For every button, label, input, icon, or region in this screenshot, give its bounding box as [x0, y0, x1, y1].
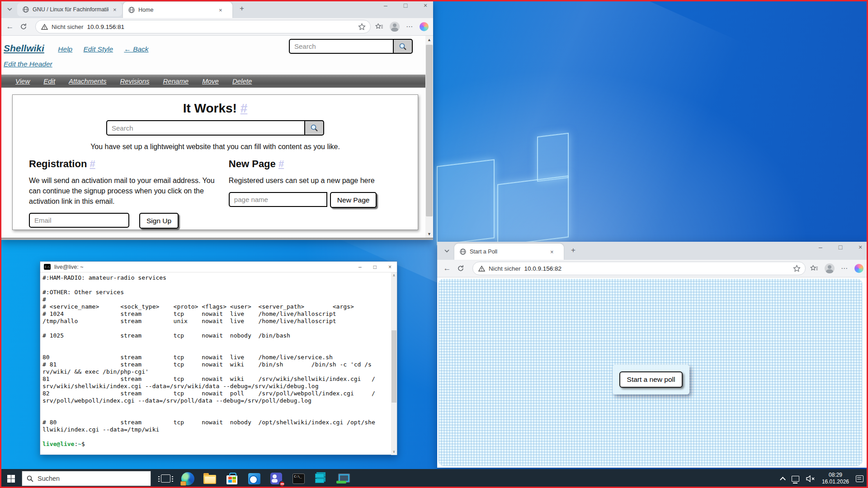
scrollbar-thumb[interactable]: [426, 45, 433, 216]
minimize-button[interactable]: –: [381, 2, 391, 9]
tab-search-chevron[interactable]: [441, 245, 453, 257]
close-button[interactable]: ×: [420, 2, 430, 9]
address-bar[interactable]: Nicht sicher 10.0.9.156:82: [472, 262, 806, 275]
back-button[interactable]: ←: [5, 22, 15, 31]
taskbar-search-input[interactable]: [38, 475, 128, 482]
terminal-line: 80 stream tcp nowait live /home/live/ser…: [42, 354, 389, 361]
terminal-scrollbar[interactable]: ∧ ∨: [391, 272, 397, 455]
nav-attachments-link[interactable]: Attachments: [69, 77, 106, 85]
settings-more-icon[interactable]: ⋯: [406, 23, 413, 31]
favorite-star-icon[interactable]: [358, 23, 366, 31]
wallpaper-pane: [437, 159, 495, 245]
minimize-button[interactable]: –: [359, 264, 362, 270]
terminal-line: 81 stream tcp nowait wiki /srv/wiki/shel…: [42, 375, 389, 383]
scrollbar-thumb[interactable]: [392, 330, 396, 403]
collections-star-icon[interactable]: [810, 265, 818, 272]
maximize-button[interactable]: □: [373, 264, 377, 270]
command-prompt-button[interactable]: C:\_: [291, 471, 306, 486]
scroll-down-icon[interactable]: ▼: [425, 230, 433, 238]
new-tab-button[interactable]: +: [567, 244, 579, 256]
nav-edit-link[interactable]: Edit: [43, 77, 55, 85]
terminal-titlebar[interactable]: C:\ live@live: ~ – □ ×: [40, 262, 397, 272]
close-button[interactable]: ×: [388, 264, 392, 270]
tab-close-icon[interactable]: ×: [112, 6, 118, 13]
outlook-button[interactable]: [247, 471, 261, 486]
maximize-button[interactable]: □: [401, 2, 410, 9]
terminal-output[interactable]: #:HAM-RADIO: amateur-radio services #:OT…: [40, 272, 397, 455]
page-name-field[interactable]: [229, 192, 327, 207]
taskbar-clock[interactable]: 08:29 16.01.2026: [822, 472, 849, 485]
start-new-poll-button[interactable]: Start a new poll: [619, 371, 683, 388]
tab-search-chevron[interactable]: [4, 3, 15, 15]
tab-gnu-linux[interactable]: GNU / Linux für Fachinformatiker ( ×: [17, 3, 122, 16]
prompt-dollar: $: [81, 441, 85, 447]
nav-move-link[interactable]: Move: [202, 77, 219, 85]
tab-start-a-poll[interactable]: Start a Poll ×: [454, 244, 564, 260]
page-scrollbar[interactable]: ▲ ▼: [425, 36, 433, 238]
start-button[interactable]: [0, 469, 22, 488]
main-search-input[interactable]: [106, 120, 305, 136]
sign-up-button[interactable]: Sign Up: [139, 213, 179, 229]
tab-home[interactable]: Home ×: [123, 2, 232, 18]
main-search-button[interactable]: [305, 120, 324, 136]
teams-status-badge: [279, 481, 285, 487]
scroll-up-icon[interactable]: ▲: [425, 36, 433, 43]
minimize-button[interactable]: –: [816, 244, 826, 251]
reload-button[interactable]: [457, 265, 468, 272]
file-explorer-button[interactable]: [203, 471, 217, 486]
edge-taskbar-button[interactable]: [180, 471, 195, 486]
remote-desktop-button[interactable]: [335, 471, 350, 486]
file-explorer-icon: [203, 475, 216, 484]
close-button[interactable]: ×: [855, 244, 865, 251]
not-secure-warning-icon: [41, 24, 48, 30]
reload-button[interactable]: [20, 23, 31, 30]
scroll-down-icon[interactable]: ∨: [391, 449, 397, 455]
back-link[interactable]: ← Back: [124, 45, 148, 53]
page-title: It Works!: [183, 101, 237, 115]
favorite-star-icon[interactable]: [793, 265, 801, 272]
taskbar-search[interactable]: [22, 471, 151, 486]
new-page-button[interactable]: New Page: [330, 192, 377, 208]
new-tab-button[interactable]: +: [236, 3, 248, 14]
wiki-brand-link[interactable]: Shellwiki: [4, 43, 44, 54]
server-manager-button[interactable]: [313, 471, 328, 486]
profile-avatar[interactable]: [390, 22, 400, 32]
nav-revisions-link[interactable]: Revisions: [120, 77, 149, 85]
microsoft-store-button[interactable]: [225, 471, 239, 486]
help-link[interactable]: Help: [58, 45, 72, 53]
volume-muted-icon[interactable]: [806, 475, 815, 482]
address-bar[interactable]: Nicht sicher 10.0.9.156:81: [35, 20, 371, 33]
tray-expand-chevron-icon[interactable]: [780, 477, 786, 483]
edit-style-link[interactable]: Edit Style: [84, 45, 113, 53]
edit-header-link[interactable]: Edit the Header: [4, 60, 52, 68]
nav-view-link[interactable]: View: [15, 77, 30, 85]
maximize-button[interactable]: □: [835, 244, 845, 251]
copilot-icon[interactable]: [854, 264, 863, 273]
wiki-header-links: Help Edit Style ← Back: [58, 45, 157, 53]
collections-star-icon[interactable]: [375, 23, 383, 30]
scroll-up-icon[interactable]: ∧: [391, 272, 397, 279]
tab-close-icon[interactable]: ×: [549, 249, 555, 255]
back-button[interactable]: ←: [442, 264, 453, 273]
network-icon[interactable]: [792, 476, 799, 482]
anchor-link[interactable]: #: [278, 158, 284, 169]
terminal-line: [42, 347, 389, 354]
anchor-link[interactable]: #: [90, 158, 95, 169]
tab-close-icon[interactable]: ×: [218, 7, 223, 14]
anchor-link[interactable]: #: [241, 101, 248, 115]
email-field[interactable]: [29, 213, 129, 228]
action-center-icon[interactable]: [856, 475, 863, 482]
header-search-button[interactable]: [394, 39, 413, 54]
copilot-icon[interactable]: [420, 22, 429, 31]
profile-avatar[interactable]: [825, 263, 835, 273]
header-search-input[interactable]: [289, 39, 394, 54]
nav-rename-link[interactable]: Rename: [163, 77, 189, 85]
terminal-line: 82 stream tcp nowait poll /srv/poll/webp…: [42, 390, 389, 397]
teams-button[interactable]: [269, 471, 283, 486]
nav-delete-link[interactable]: Delete: [232, 77, 252, 85]
taskbar: C:\_ 08:29 16.01.2026: [0, 469, 868, 488]
settings-more-icon[interactable]: ⋯: [841, 264, 848, 272]
browser-toolbar: ← Nicht sicher 10.0.9.156:81 ⋯: [0, 18, 433, 36]
task-view-button[interactable]: [158, 471, 173, 486]
not-secure-label: Nicht sicher: [489, 265, 521, 272]
